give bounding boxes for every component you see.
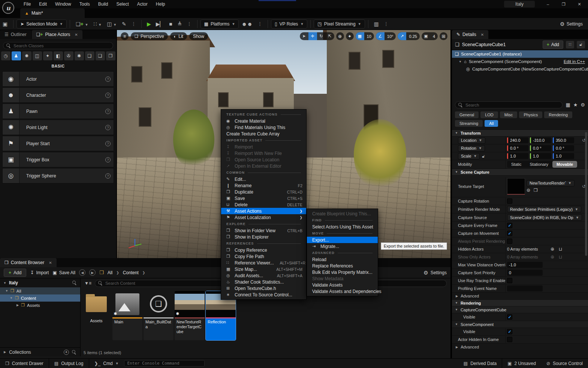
location-x-field[interactable]: 240.0 — [507, 137, 528, 143]
category-button[interactable]: ◧ — [54, 51, 63, 60]
rotation-y-field[interactable]: 0.0 ° — [530, 145, 551, 151]
camera-speed-value[interactable]: 4 — [430, 32, 438, 40]
submenu-item[interactable]: Create Blueprint Using This... ❯ — [307, 210, 378, 217]
expand-arrow-icon[interactable]: ▼ — [459, 60, 462, 63]
context-menu-item[interactable]: ❐ Duplicate CTRL+D ❯ — [221, 189, 306, 195]
grid-snap-value[interactable]: 10 — [364, 32, 374, 40]
tab-main-level[interactable]: ▲ Main* — [20, 8, 85, 18]
sources-root-row[interactable]: ▼ Italy — [0, 278, 80, 287]
unreal-logo-icon[interactable]: u — [2, 2, 14, 14]
details-filter-tab[interactable]: LOD — [480, 111, 498, 118]
context-menu-item[interactable]: ◎ Find Materials Using This ❯ — [221, 124, 306, 131]
help-icon[interactable]: ? — [102, 72, 114, 86]
menu-item[interactable]: Help — [152, 0, 169, 8]
scale-tool-icon[interactable]: ⇱ — [326, 32, 334, 40]
save-all-button[interactable]: ▣ Save All — [52, 270, 75, 275]
context-menu-item[interactable]: ⊔ Delete DELETE ❯ — [221, 201, 306, 208]
cinematics-icon[interactable]: ◫ ▼ — [104, 21, 119, 27]
context-menu-item[interactable]: ❙ Rename F2 ❯ — [221, 182, 306, 189]
blueprints-icon[interactable]: ∷ ▼ — [91, 21, 105, 27]
details-filter-tab[interactable]: General — [455, 111, 479, 118]
move-tool-icon[interactable]: ✛ — [308, 32, 317, 40]
menu-item[interactable]: Actor — [133, 0, 152, 8]
capture-rotation-checkbox[interactable]: ✓ — [507, 198, 512, 204]
context-menu-item[interactable]: ∷ Reference Viewer... ALT+SHIFT+R ❯ — [221, 260, 306, 266]
output-log-button[interactable]: ▤ Output Log — [49, 359, 89, 368]
content-drawer-button[interactable]: ❒ Content Drawer — [0, 359, 49, 368]
context-menu-item[interactable]: ⚑ Asset Localization ❯ — [221, 214, 306, 221]
viewport-menu-icon[interactable]: ≡ — [121, 32, 129, 40]
submenu-item[interactable]: Show Metadata ❯ — [307, 275, 378, 282]
submenu-item[interactable]: Reload ❯ — [307, 256, 378, 263]
search-icon[interactable] — [72, 350, 76, 354]
help-icon[interactable]: ? — [102, 120, 114, 135]
multi-user-options-icon[interactable]: ⋮ — [255, 21, 265, 27]
submenu-item[interactable]: Validate Assets ❯ — [307, 282, 378, 288]
context-menu-item[interactable]: ❒ Open Source Location ❯ — [221, 156, 306, 163]
section-rendering[interactable]: ▼ Rendering — [452, 299, 588, 306]
context-menu-item[interactable]: ➚ Open In External Editor ❯ — [221, 163, 306, 169]
scale-z-field[interactable]: 1.0 — [553, 153, 574, 159]
details-filter-tab[interactable]: All — [485, 120, 498, 127]
scale-snap-value[interactable]: 0.25 — [406, 32, 419, 40]
place-actor-item[interactable]: ▣ Trigger Box ? — [2, 152, 114, 167]
add-actor-icon[interactable]: ❑+ ▼ — [73, 21, 91, 27]
category-button[interactable]: ✦ — [43, 51, 52, 60]
context-menu-item[interactable]: ❒ Show in Explorer ❯ — [221, 234, 306, 240]
scene-capture-advanced-expander[interactable]: ▶ Advanced — [452, 292, 588, 299]
subsection-capture-component-cube[interactable]: ▼ CaptureComponentCube — [452, 306, 588, 313]
section-scene-capture[interactable]: ▼ Scene Capture — [452, 168, 588, 175]
category-button[interactable]: ◫ — [33, 51, 42, 60]
derived-data-button[interactable]: ▤ Derived Data — [458, 359, 502, 368]
close-button[interactable]: ✕ — [576, 2, 583, 7]
settings-button[interactable]: Settings — [567, 21, 583, 27]
tree-item-assets[interactable]: ▶ ❒ Assets — [0, 302, 80, 309]
tab-place-actors[interactable]: ❑+ Place Actors ✕ — [32, 30, 82, 39]
play-icon[interactable]: ▶ — [145, 21, 153, 27]
camera-icon[interactable]: ▥ — [371, 21, 382, 27]
component-row-capture-component[interactable]: ◎ CaptureComponentCube (NewSceneCaptureC… — [452, 65, 588, 73]
texture-target-dropdown[interactable]: NewTextureRenderTarge▼ — [527, 180, 575, 186]
tree-item-all[interactable]: ▼ ❒ All — [0, 287, 80, 294]
context-menu-item[interactable]: ❐ Copy File Path ❯ — [221, 253, 306, 260]
menu-item[interactable]: Edit — [35, 0, 51, 8]
play-options-icon[interactable]: ⋮ — [185, 21, 194, 27]
menu-item[interactable]: Tools — [75, 0, 94, 8]
category-button[interactable]: ❏ — [96, 51, 105, 60]
help-icon[interactable]: ? — [102, 88, 114, 102]
help-icon[interactable]: ? — [102, 136, 114, 151]
menu-item[interactable]: File — [19, 0, 35, 8]
submenu-item[interactable]: ⇥ Migrate... ❯ — [307, 243, 378, 249]
details-filter-tab[interactable]: Streaming — [455, 120, 483, 127]
close-icon[interactable]: ✕ — [481, 33, 484, 37]
close-icon[interactable]: ✕ — [75, 33, 78, 37]
display-options-icon[interactable]: ▦ — [566, 102, 570, 108]
source-control-button[interactable]: ⊘ Source Control — [541, 359, 588, 368]
edit-in-cpp-link[interactable]: Edit in C++ — [564, 59, 585, 64]
platforms-dropdown[interactable]: ▦ Platforms ▼ — [200, 20, 239, 29]
place-actor-item[interactable]: ◉ Actor ? — [2, 71, 114, 87]
rendering-advanced-expander[interactable]: ▶ Advanced — [452, 343, 588, 350]
edit-blueprint-icon[interactable]: ∷ — [566, 41, 574, 48]
search-classes-input[interactable] — [13, 44, 110, 48]
capture-on-movement-checkbox[interactable]: ✓ — [507, 231, 512, 236]
details-filter-tab[interactable]: Misc — [500, 111, 518, 118]
place-actor-item[interactable]: ☻ Character ? — [2, 87, 114, 103]
rotate-tool-icon[interactable]: ↻ — [317, 32, 326, 40]
browse-to-asset-icon[interactable]: ❒ — [534, 188, 538, 193]
category-button[interactable]: ❑ — [85, 51, 94, 60]
context-menu-item[interactable]: ❒ Show in Folder View CTRL+B ❯ — [221, 227, 306, 234]
location-z-field[interactable]: 350.0 — [553, 137, 574, 143]
asset-tile[interactable]: ✱ NewTextureRenderTargetCube — [175, 291, 205, 340]
context-menu-item[interactable]: ▣ Save CTRL+S ❯ — [221, 195, 306, 201]
show-dropdown[interactable]: Show — [189, 32, 208, 40]
details-scrollbar[interactable] — [585, 132, 587, 256]
save-icon[interactable]: ▣ — [0, 21, 10, 27]
scale-lock-icon[interactable]: 🔓︎ — [482, 154, 485, 158]
skip-icon[interactable]: ▶▏ — [153, 21, 167, 27]
cmd-dropdown[interactable]: ❯_ Cmd ▼ — [89, 359, 124, 368]
submenu-item[interactable]: Validate Assets and Dependencies ❯ — [307, 288, 378, 294]
favorites-icon[interactable]: ★ — [573, 102, 578, 108]
context-menu-item[interactable]: ↧ Reimport ❯ — [221, 144, 306, 150]
ray-tracing-checkbox[interactable]: ✓ — [507, 278, 512, 283]
